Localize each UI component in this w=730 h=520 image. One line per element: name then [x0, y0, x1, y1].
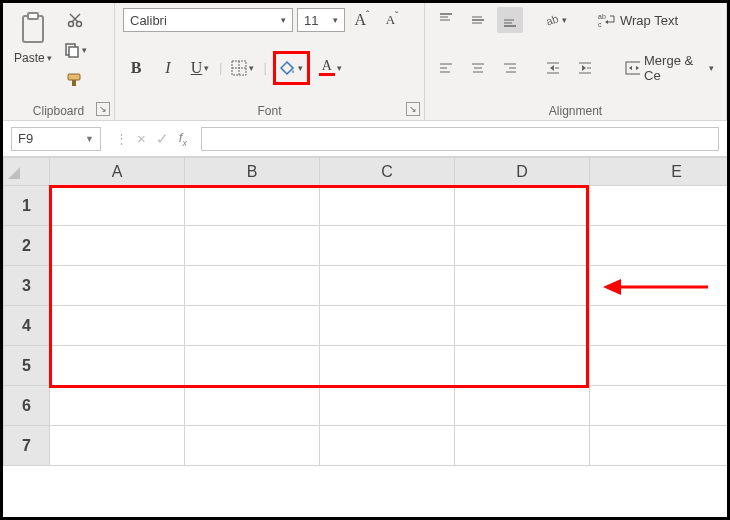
- format-painter-button[interactable]: [61, 67, 90, 93]
- cell[interactable]: [50, 306, 185, 346]
- cell[interactable]: [590, 426, 728, 466]
- underline-label: U: [191, 59, 203, 77]
- font-name-select[interactable]: Calibri▾: [123, 8, 293, 32]
- merge-center-button[interactable]: Merge & Ce: [621, 55, 718, 81]
- align-right-button[interactable]: [497, 55, 523, 81]
- italic-button[interactable]: I: [155, 55, 181, 81]
- svg-rect-1: [28, 13, 38, 19]
- borders-button[interactable]: [228, 55, 257, 81]
- cell[interactable]: [50, 186, 185, 226]
- column-header-D[interactable]: D: [455, 158, 590, 186]
- column-header-B[interactable]: B: [185, 158, 320, 186]
- cell[interactable]: [185, 186, 320, 226]
- cell[interactable]: [185, 266, 320, 306]
- cell[interactable]: [455, 266, 590, 306]
- svg-marker-39: [582, 65, 586, 71]
- cell[interactable]: [185, 386, 320, 426]
- group-label-font: Font: [123, 102, 416, 118]
- cancel-formula-button[interactable]: ×: [137, 130, 146, 147]
- cell[interactable]: [185, 306, 320, 346]
- align-middle-button[interactable]: [465, 7, 491, 33]
- row-header-5[interactable]: 5: [4, 346, 50, 386]
- name-box[interactable]: F9▼: [11, 127, 101, 151]
- cell[interactable]: [185, 346, 320, 386]
- font-size-select[interactable]: 11▾: [297, 8, 345, 32]
- align-top-button[interactable]: [433, 7, 459, 33]
- svg-text:ab: ab: [598, 13, 606, 20]
- paste-label: Paste: [14, 51, 45, 65]
- fx-button[interactable]: fx: [179, 130, 187, 148]
- cell[interactable]: [50, 346, 185, 386]
- font-color-button[interactable]: A: [316, 55, 345, 81]
- cut-button[interactable]: [61, 7, 90, 33]
- cell[interactable]: [320, 306, 455, 346]
- formula-bar[interactable]: [201, 127, 719, 151]
- cell[interactable]: [50, 426, 185, 466]
- cell[interactable]: [590, 306, 728, 346]
- paste-button[interactable]: [12, 7, 54, 49]
- cell[interactable]: [50, 266, 185, 306]
- row-header-2[interactable]: 2: [4, 226, 50, 266]
- group-clipboard: Paste Clipboard ↘: [3, 3, 115, 120]
- cell[interactable]: [185, 226, 320, 266]
- cell[interactable]: [455, 386, 590, 426]
- merge-label: Merge & Ce: [644, 53, 703, 83]
- vertical-ellipsis-icon: ⋮: [115, 131, 127, 146]
- cell[interactable]: [590, 386, 728, 426]
- align-bottom-button[interactable]: [497, 7, 523, 33]
- orientation-button[interactable]: ab: [541, 7, 570, 33]
- fill-color-highlight: [273, 51, 310, 85]
- cell[interactable]: [455, 346, 590, 386]
- cell[interactable]: [455, 226, 590, 266]
- decrease-indent-button[interactable]: [540, 55, 566, 81]
- copy-button[interactable]: [61, 37, 90, 63]
- cell[interactable]: [455, 186, 590, 226]
- font-dialog-launcher[interactable]: ↘: [406, 102, 420, 116]
- cell[interactable]: [50, 226, 185, 266]
- fill-color-button[interactable]: [277, 55, 306, 81]
- cell[interactable]: [50, 386, 185, 426]
- cell[interactable]: [320, 426, 455, 466]
- cell[interactable]: [590, 346, 728, 386]
- formula-bar-row: F9▼ ⋮ × ✓ fx: [3, 121, 727, 157]
- increase-font-size-button[interactable]: Aˆ: [349, 7, 375, 33]
- cell[interactable]: [320, 346, 455, 386]
- svg-rect-7: [69, 47, 78, 57]
- cell[interactable]: [590, 186, 728, 226]
- merge-icon: [625, 61, 640, 75]
- increase-indent-button[interactable]: [572, 55, 598, 81]
- align-center-button[interactable]: [465, 55, 491, 81]
- cell[interactable]: [320, 386, 455, 426]
- row-header-7[interactable]: 7: [4, 426, 50, 466]
- cell[interactable]: [320, 186, 455, 226]
- group-label-clipboard: Clipboard: [11, 102, 106, 118]
- italic-label: I: [165, 59, 170, 77]
- column-header-E[interactable]: E: [590, 158, 728, 186]
- column-header-A[interactable]: A: [50, 158, 185, 186]
- cell[interactable]: [455, 306, 590, 346]
- align-middle-icon: [470, 12, 486, 28]
- paintbrush-icon: [66, 72, 84, 88]
- row-header-6[interactable]: 6: [4, 386, 50, 426]
- decrease-font-size-button[interactable]: Aˇ: [379, 7, 405, 33]
- align-left-button[interactable]: [433, 55, 459, 81]
- underline-button[interactable]: U: [187, 55, 213, 81]
- row-header-3[interactable]: 3: [4, 266, 50, 306]
- column-header-C[interactable]: C: [320, 158, 455, 186]
- bold-button[interactable]: B: [123, 55, 149, 81]
- row-header-4[interactable]: 4: [4, 306, 50, 346]
- clipboard-dialog-launcher[interactable]: ↘: [96, 102, 110, 116]
- worksheet-grid[interactable]: A B C D E 1 2 3 4 5 6 7: [3, 157, 727, 466]
- cell[interactable]: [320, 226, 455, 266]
- cell[interactable]: [590, 226, 728, 266]
- row-header-1[interactable]: 1: [4, 186, 50, 226]
- paste-dropdown[interactable]: Paste: [11, 49, 55, 67]
- cell[interactable]: [455, 426, 590, 466]
- name-box-value: F9: [18, 131, 33, 146]
- wrap-text-button[interactable]: abcWrap Text: [594, 7, 682, 33]
- cell[interactable]: [185, 426, 320, 466]
- svg-text:ab: ab: [544, 12, 560, 27]
- cell[interactable]: [320, 266, 455, 306]
- enter-formula-button[interactable]: ✓: [156, 130, 169, 148]
- select-all-corner[interactable]: [4, 158, 50, 186]
